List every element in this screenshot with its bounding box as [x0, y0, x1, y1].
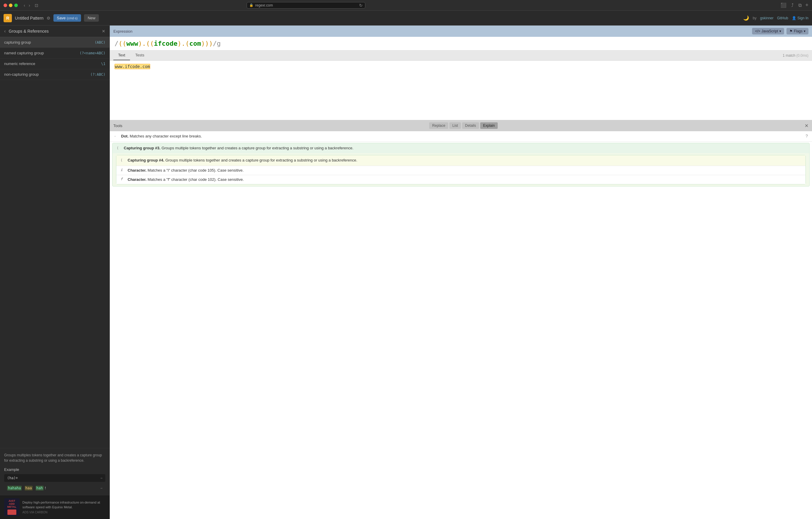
example-matches: hahaha haa hah! →: [4, 484, 105, 492]
sidebar-item-code: (ABC): [95, 40, 105, 45]
signin-button[interactable]: 👤 Sign In: [792, 16, 808, 20]
tab-text[interactable]: Text: [113, 51, 130, 60]
sidebar-back-button[interactable]: ‹: [4, 28, 6, 34]
sidebar-item-name: named capturing group: [4, 51, 80, 55]
expression-bar: Expression </> JavaScript ▾ ⚑ Flags ▾: [110, 26, 812, 37]
forward-button[interactable]: ›: [28, 2, 31, 8]
flag-icon: ⚑: [789, 29, 793, 33]
tab-tests[interactable]: Tests: [130, 51, 149, 60]
tools-tab-details[interactable]: Details: [462, 122, 479, 129]
expression-label: Expression: [113, 29, 133, 33]
tabs: Text Tests: [113, 51, 149, 60]
dark-mode-button[interactable]: 🌙: [743, 15, 749, 21]
explain-item-dot: · Dot. Matches any character except line…: [110, 131, 812, 142]
explain-text-char-i: Character. Matches a "i" character (char…: [127, 168, 244, 173]
url-text: regexr.com: [255, 3, 273, 7]
gskinner-link[interactable]: gskinner: [760, 16, 774, 20]
sidebar-toggle-button[interactable]: ⊡: [35, 3, 38, 8]
sidebar-item-numeric-reference[interactable]: numeric reference \1: [0, 58, 110, 69]
sidebar-close-button[interactable]: ✕: [102, 29, 105, 33]
open-paren-2: (: [122, 40, 126, 47]
tools-header: Tools Replace List Details Explain ✕: [110, 120, 812, 131]
char-i-icon: i: [120, 168, 125, 172]
sidebar-item-code: (?<name>ABC): [80, 51, 105, 55]
example-code: (ha)+ →: [4, 474, 105, 482]
close-slash: /: [213, 40, 216, 47]
github-link[interactable]: GitHub: [777, 16, 788, 20]
share-button[interactable]: ⤴: [790, 2, 795, 9]
tools-tab-replace[interactable]: Replace: [429, 122, 448, 129]
save-button[interactable]: Save (cmd·s): [53, 14, 81, 22]
sidebar-example-title: Example: [4, 467, 105, 472]
maximize-window-button[interactable]: [14, 4, 18, 7]
arrow-icon-2: →: [100, 486, 103, 490]
match-count: 1 match (0.0ms): [783, 53, 808, 58]
sidebar-list: capturing group (ABC) named capturing gr…: [0, 37, 110, 448]
sidebar-item-named-capturing-group[interactable]: named capturing group (?<name>ABC): [0, 48, 110, 58]
app-logo: R: [4, 14, 12, 22]
explain-group-4-header: ( Capturing group #4. Groups multiple to…: [116, 155, 806, 165]
reload-button[interactable]: ↻: [359, 3, 363, 8]
regex-display[interactable]: /((www).((ifcode).(com)))/g: [110, 37, 812, 51]
help-icon[interactable]: ?: [806, 134, 808, 138]
sidebar-item-code: (?:ABC): [90, 73, 105, 77]
window-button[interactable]: ⧉: [797, 2, 803, 9]
match-1: hahaha: [7, 486, 22, 491]
chevron-down-icon: ▾: [804, 29, 806, 33]
open-paren-5: (: [185, 40, 189, 47]
sidebar-example: Example (ha)+ → hahaha haa hah! →: [0, 467, 110, 495]
new-tab-button[interactable]: +: [805, 2, 808, 8]
arrow-icon: →: [100, 476, 103, 480]
sidebar-item-capturing-group[interactable]: capturing group (ABC): [0, 37, 110, 48]
expression-controls: </> JavaScript ▾ ⚑ Flags ▾: [752, 28, 808, 34]
sidebar-item-name: capturing group: [4, 40, 95, 45]
lock-icon: 🔒: [249, 3, 254, 7]
tabs-bar: Text Tests 1 match (0.0ms): [110, 51, 812, 60]
sidebar-header: ‹ Groups & References ✕: [0, 26, 110, 37]
header-right: 🌙 by gskinner GitHub 👤 Sign In: [743, 15, 808, 21]
settings-icon-button[interactable]: ⚙: [47, 16, 51, 21]
tools-tabs: Replace List Details Explain: [429, 122, 498, 129]
sidebar-description: Groups multiples tokens together and cre…: [0, 448, 110, 467]
flag-g: g: [216, 40, 221, 47]
dot-token-icon: ·: [114, 134, 118, 138]
open-paren-4: (: [150, 40, 154, 47]
matched-text: www.ifcode.com: [115, 64, 150, 69]
address-bar: 🔒 regexr.com ↻: [246, 2, 365, 9]
language-button[interactable]: </> JavaScript ▾: [752, 28, 784, 34]
char-f-icon: f: [120, 177, 125, 181]
explain-content: · Dot. Matches any character except line…: [110, 131, 812, 519]
sidebar-item-code: \1: [101, 62, 105, 66]
explain-group-4: ( Capturing group #4. Groups multiple to…: [116, 155, 806, 184]
inner-group-icon: (: [120, 158, 125, 162]
new-button[interactable]: New: [84, 14, 99, 22]
text-area-container[interactable]: www.ifcode.com: [110, 60, 812, 120]
sidebar-item-non-capturing-group[interactable]: non-capturing group (?:ABC): [0, 69, 110, 80]
titlebar: ‹ › ⊡ 🔒 regexr.com ↻ ⬛ ⤴ ⧉ +: [0, 0, 812, 11]
extension-button[interactable]: ⬛: [779, 2, 788, 9]
pattern-title: Untitled Pattern: [15, 16, 44, 21]
com-text: com: [190, 40, 201, 47]
explain-text-dot: Dot. Matches any character except line b…: [121, 134, 202, 139]
close-paren-5: ): [209, 40, 213, 47]
sidebar-ad: JUSTADDMETAL Deploy high-performance inf…: [0, 495, 110, 519]
sidebar: ‹ Groups & References ✕ capturing group …: [0, 26, 110, 519]
flags-button[interactable]: ⚑ Flags ▾: [786, 28, 808, 34]
sidebar-item-name: numeric reference: [4, 61, 101, 66]
tools-tab-explain[interactable]: Explain: [480, 122, 498, 129]
app-header: R Untitled Pattern ⚙ Save (cmd·s) New 🌙 …: [0, 11, 812, 26]
ad-content: Deploy high-performance infrastructure o…: [23, 500, 106, 514]
tools-tab-list[interactable]: List: [449, 122, 461, 129]
close-window-button[interactable]: [4, 4, 7, 7]
main-container: ‹ Groups & References ✕ capturing group …: [0, 26, 812, 519]
open-slash: /: [115, 40, 118, 47]
ad-image: JUSTADDMETAL: [4, 498, 20, 516]
user-icon: 👤: [792, 16, 796, 20]
group-icon: (: [117, 146, 121, 150]
ifcode-text: ifcode: [154, 40, 177, 47]
explain-group-3: ( Capturing group #3. Groups multiple to…: [112, 143, 810, 187]
minimize-window-button[interactable]: [9, 4, 12, 7]
back-button[interactable]: ‹: [23, 2, 26, 8]
tools-label: Tools: [113, 124, 122, 128]
tools-close-button[interactable]: ✕: [805, 123, 808, 129]
